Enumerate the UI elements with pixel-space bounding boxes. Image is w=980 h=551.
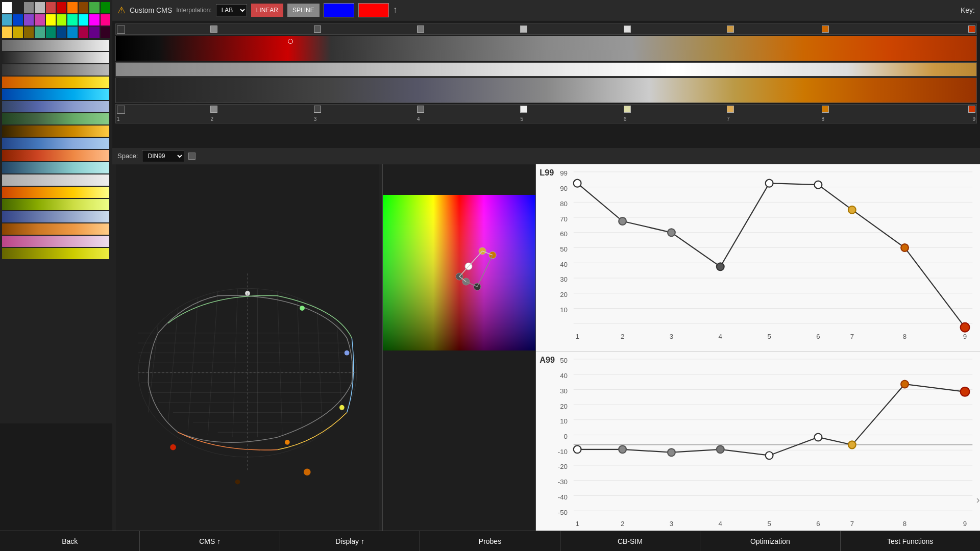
stop-marker-2[interactable] xyxy=(210,26,217,33)
stop-marker-5[interactable] xyxy=(520,26,527,33)
swatch-lightgray[interactable] xyxy=(35,2,44,13)
stop-marker-8[interactable] xyxy=(822,26,829,33)
swatch-rose[interactable] xyxy=(101,14,110,26)
swatch-magenta[interactable] xyxy=(89,14,99,26)
swatch-pink[interactable] xyxy=(35,14,44,26)
swatch-navy[interactable] xyxy=(57,27,66,38)
swatch-darkyellow[interactable] xyxy=(13,27,22,38)
stop-bottom-5[interactable] xyxy=(520,106,527,113)
swatch-orange[interactable] xyxy=(67,2,77,13)
swatch-ochre[interactable] xyxy=(24,27,34,38)
stop-bottom-8[interactable] xyxy=(822,106,829,113)
stop-bottom-2[interactable] xyxy=(210,106,217,113)
swatch-seafoam[interactable] xyxy=(35,27,44,38)
stop-marker-9[interactable] xyxy=(968,26,975,33)
interpolation-label: Interpolation: xyxy=(176,7,211,14)
gamut-3d-view[interactable] xyxy=(112,164,383,531)
swatch-red2[interactable] xyxy=(57,2,66,13)
stop-bottom-4[interactable] xyxy=(417,106,424,113)
interpolation-select[interactable]: LAB RGB HSV xyxy=(216,4,247,16)
gradient-marker-red[interactable] xyxy=(288,39,293,44)
swatch-lime[interactable] xyxy=(57,14,66,26)
stop-num-1: 1 xyxy=(117,116,120,122)
svg-point-80 xyxy=(574,180,581,187)
stop-bottom-9[interactable] xyxy=(968,106,975,113)
swatch-row-3 xyxy=(2,27,110,38)
stop-bottom-6[interactable] xyxy=(624,106,631,113)
cms-button[interactable]: CMS ↑ xyxy=(140,531,280,551)
stop-marker-4[interactable] xyxy=(417,26,424,33)
svg-text:30: 30 xyxy=(560,387,568,394)
swatch-green[interactable] xyxy=(89,2,99,13)
optimization-button[interactable]: Optimization xyxy=(700,531,840,551)
swatch-brown[interactable] xyxy=(79,2,88,13)
swatch-teal[interactable] xyxy=(2,14,12,26)
stop-marker-3[interactable] xyxy=(314,26,321,33)
gradient-bar-olive[interactable] xyxy=(2,248,109,259)
gradient-bar-pink[interactable] xyxy=(2,236,109,247)
stop-handle-left[interactable] xyxy=(117,26,125,34)
svg-rect-48 xyxy=(536,164,980,351)
test-functions-button[interactable]: Test Functions xyxy=(841,531,980,551)
color-preview-left[interactable] xyxy=(324,3,354,17)
swatch-blue[interactable] xyxy=(13,14,22,26)
swatch-crimson[interactable] xyxy=(79,27,88,38)
svg-text:A99: A99 xyxy=(540,355,555,364)
swatch-red1[interactable] xyxy=(46,2,56,13)
gradient-bar-gray[interactable] xyxy=(2,40,109,51)
swatch-yellow[interactable] xyxy=(46,14,56,26)
gradient-bar-orange[interactable] xyxy=(2,77,109,88)
swatch-black[interactable] xyxy=(13,2,22,13)
swatch-emerald[interactable] xyxy=(46,27,56,38)
gradient-bar-green[interactable] xyxy=(2,113,109,124)
swatch-cyan[interactable] xyxy=(79,14,88,26)
swatch-darkviolet[interactable] xyxy=(101,27,110,38)
back-button[interactable]: Back xyxy=(0,531,140,551)
swatch-skyblue[interactable] xyxy=(67,27,77,38)
gradient-bar-blue[interactable] xyxy=(2,89,109,100)
svg-point-27 xyxy=(285,440,290,445)
gradient-bar-blueviolet[interactable] xyxy=(2,101,109,112)
stop-bottom-7[interactable] xyxy=(727,106,734,113)
svg-text:40: 40 xyxy=(560,261,568,268)
swatch-white[interactable] xyxy=(2,2,12,13)
swatch-darkgreen[interactable] xyxy=(101,2,110,13)
space-select[interactable]: DIN99 LAB HSV xyxy=(142,150,184,162)
svg-text:-50: -50 xyxy=(558,508,568,516)
svg-text:50: 50 xyxy=(560,357,568,364)
color-2d-view[interactable] xyxy=(383,164,536,531)
swatch-gold[interactable] xyxy=(2,27,12,38)
gradient-bar-amber[interactable] xyxy=(2,126,109,137)
gradient-bar-lightgray[interactable] xyxy=(2,174,109,186)
swatch-purple[interactable] xyxy=(24,14,34,26)
gradient-bar-terra[interactable] xyxy=(2,150,109,161)
gradient-bar-steel[interactable] xyxy=(2,138,109,149)
gradient-bar-cool[interactable] xyxy=(2,211,109,222)
swatch-gray[interactable] xyxy=(24,2,34,13)
gradient-bar-gray3[interactable] xyxy=(2,64,109,76)
linear-button[interactable]: LINEAR xyxy=(251,4,283,17)
svg-text:3: 3 xyxy=(670,333,673,340)
color-preview-right[interactable] xyxy=(358,3,389,17)
svg-text:9: 9 xyxy=(963,333,967,340)
gradient-bar-gray2[interactable] xyxy=(2,52,109,63)
gradient-bar-lime[interactable] xyxy=(2,199,109,210)
stop-handle-bottom-left[interactable] xyxy=(117,106,125,114)
probes-button[interactable]: Probes xyxy=(420,531,560,551)
swatch-violet[interactable] xyxy=(89,27,99,38)
cb-sim-button[interactable]: CB-SIM xyxy=(560,531,700,551)
stop-num-8: 8 xyxy=(822,116,825,122)
gradient-bar-aqua[interactable] xyxy=(2,162,109,173)
stop-marker-6[interactable] xyxy=(624,26,631,33)
space-dot[interactable] xyxy=(188,153,195,160)
svg-text:3: 3 xyxy=(670,520,673,528)
svg-text:70: 70 xyxy=(560,215,568,222)
stop-marker-7[interactable] xyxy=(727,26,734,33)
display-button[interactable]: Display ↑ xyxy=(280,531,420,551)
gradient-bar-sunset[interactable] xyxy=(2,187,109,198)
stop-bottom-3[interactable] xyxy=(314,106,321,113)
gradient-bar-brown[interactable] xyxy=(2,223,109,235)
spline-button[interactable]: SPLINE xyxy=(287,4,320,17)
swatch-mint[interactable] xyxy=(67,14,77,26)
upload-arrow-icon[interactable]: ↑ xyxy=(393,5,398,15)
